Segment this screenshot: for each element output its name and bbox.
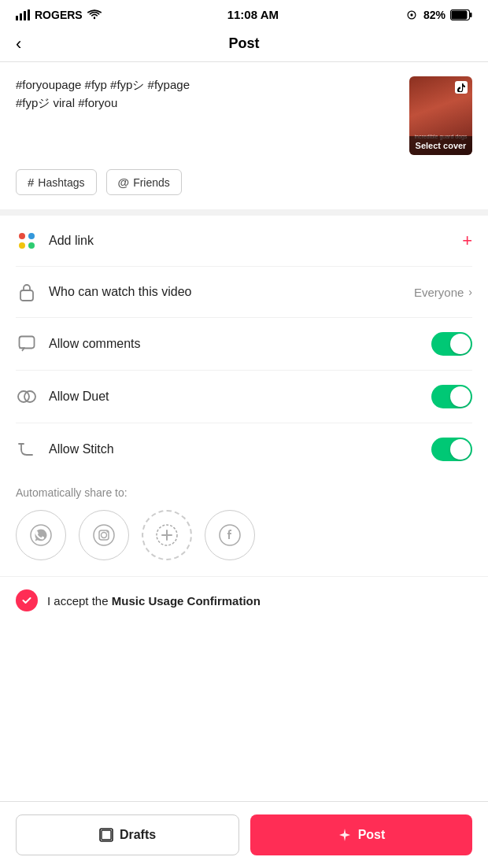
page-title: Post xyxy=(228,35,259,52)
post-sparkle-icon xyxy=(338,828,352,842)
allow-stitch-toggle[interactable] xyxy=(431,438,472,461)
svg-rect-2 xyxy=(24,11,26,20)
add-link-icon xyxy=(16,230,38,252)
allow-comments-row: Allow comments xyxy=(16,318,472,371)
allow-duet-toggle-container xyxy=(431,385,472,408)
chevron-right-icon: › xyxy=(468,286,472,298)
caption-text[interactable]: #foryoupage #fyp #fypシ #fypage#fypジ vira… xyxy=(16,76,398,112)
svg-rect-9 xyxy=(452,10,468,19)
screen-rotation-icon xyxy=(405,9,419,20)
settings-section: Add link + Who can watch this video Ever… xyxy=(0,216,488,475)
hashtag-icon: # xyxy=(28,175,34,189)
svg-rect-1 xyxy=(20,13,22,20)
plus-icon: + xyxy=(462,231,472,251)
allow-duet-toggle[interactable] xyxy=(431,385,472,408)
who-can-watch-label: Who can watch this video xyxy=(49,285,403,299)
svg-point-4 xyxy=(93,17,94,18)
share-section: Automatically share to: xyxy=(0,475,488,576)
drafts-icon xyxy=(99,828,113,842)
who-can-watch-value: Everyone xyxy=(414,286,464,299)
who-can-watch-value-row: Everyone › xyxy=(414,286,472,299)
whatsapp-share-button[interactable] xyxy=(16,510,66,560)
add-link-label: Add link xyxy=(49,234,451,248)
wifi-icon xyxy=(87,9,102,20)
svg-rect-10 xyxy=(20,290,33,301)
share-icons-row xyxy=(16,510,472,560)
status-bar: ROGERS 11:08 AM 82% xyxy=(0,0,488,26)
tiktok-logo xyxy=(455,81,468,94)
video-thumbnail[interactable]: incredible guard dogs Select cover xyxy=(409,76,472,155)
bottom-buttons: Drafts Post xyxy=(0,801,488,868)
share-label: Automatically share to: xyxy=(16,486,472,499)
signal-icon xyxy=(16,9,30,20)
allow-comments-toggle-container xyxy=(431,332,472,356)
svg-rect-8 xyxy=(470,13,472,17)
svg-rect-3 xyxy=(28,9,30,20)
facebook-share-button[interactable] xyxy=(205,510,255,560)
allow-duet-label: Allow Duet xyxy=(49,390,420,404)
who-can-watch-row[interactable]: Who can watch this video Everyone › xyxy=(16,267,472,318)
status-battery: 82% xyxy=(405,9,472,21)
comment-icon xyxy=(16,333,38,355)
svg-rect-11 xyxy=(20,337,35,349)
status-carrier: ROGERS xyxy=(16,9,102,21)
caption-area: #foryoupage #fyp #fypシ #fypage#fypジ vira… xyxy=(0,62,488,169)
svg-point-17 xyxy=(102,533,107,538)
drafts-button[interactable]: Drafts xyxy=(16,814,239,855)
friends-button[interactable]: @ Friends xyxy=(106,169,182,195)
svg-point-13 xyxy=(24,391,35,402)
battery-icon xyxy=(450,9,472,20)
tag-buttons-row: # Hashtags @ Friends xyxy=(0,169,488,209)
allow-stitch-label: Allow Stitch xyxy=(49,442,420,456)
tiktok-now-share-button[interactable] xyxy=(142,510,192,560)
allow-stitch-toggle-container xyxy=(431,438,472,461)
at-icon: @ xyxy=(118,175,130,189)
hashtags-button[interactable]: # Hashtags xyxy=(16,169,97,195)
section-divider xyxy=(0,209,488,216)
svg-point-18 xyxy=(106,531,108,533)
allow-duet-row: Allow Duet xyxy=(16,371,472,423)
music-acceptance-row[interactable]: I accept the Music Usage Confirmation xyxy=(0,576,488,624)
svg-point-6 xyxy=(410,13,412,16)
duet-icon xyxy=(16,386,38,408)
status-time: 11:08 AM xyxy=(227,8,279,21)
allow-stitch-row: Allow Stitch xyxy=(16,423,472,475)
lock-icon xyxy=(16,281,38,303)
accept-check-icon xyxy=(16,589,38,611)
back-button[interactable]: ‹ xyxy=(16,34,21,54)
allow-comments-label: Allow comments xyxy=(49,337,420,351)
add-link-row[interactable]: Add link + xyxy=(16,216,472,267)
svg-rect-22 xyxy=(102,830,111,840)
allow-comments-toggle[interactable] xyxy=(431,332,472,356)
stitch-icon xyxy=(16,438,38,460)
post-button[interactable]: Post xyxy=(250,814,472,855)
instagram-share-button[interactable] xyxy=(79,510,129,560)
svg-rect-0 xyxy=(16,16,18,20)
add-link-plus: + xyxy=(462,231,472,251)
page-header: ‹ Post xyxy=(0,26,488,62)
music-acceptance-text: I accept the Music Usage Confirmation xyxy=(47,594,261,608)
select-cover-button[interactable]: Select cover xyxy=(409,136,472,155)
svg-point-12 xyxy=(18,391,29,402)
svg-point-15 xyxy=(94,525,114,545)
